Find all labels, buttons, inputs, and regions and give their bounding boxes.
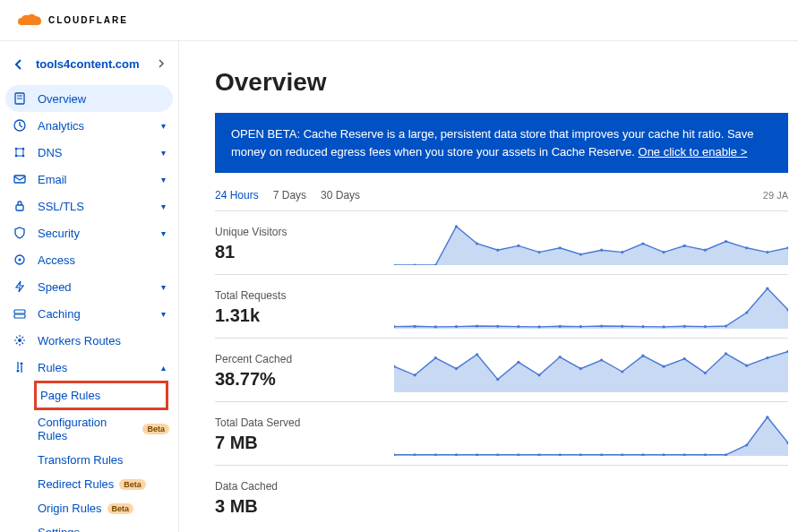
beta-badge: Beta bbox=[107, 503, 134, 514]
stat-total-requests: Total Requests1.31k bbox=[215, 274, 788, 338]
svg-rect-8 bbox=[14, 176, 25, 183]
svg-point-70 bbox=[662, 365, 665, 368]
rules-icon bbox=[13, 360, 27, 374]
svg-point-55 bbox=[766, 287, 768, 289]
sidebar-item-analytics[interactable]: Analytics▾ bbox=[0, 112, 178, 139]
svg-point-81 bbox=[476, 453, 478, 456]
caret-down-icon: ▾ bbox=[161, 175, 166, 184]
svg-point-65 bbox=[559, 356, 562, 358]
beta-banner: OPEN BETA: Cache Reserve is a large, per… bbox=[215, 113, 788, 173]
main-content: Overview OPEN BETA: Cache Reserve is a l… bbox=[179, 41, 798, 532]
sidebar-item-access[interactable]: Access bbox=[0, 246, 178, 273]
svg-point-95 bbox=[766, 416, 768, 418]
svg-point-23 bbox=[517, 245, 519, 247]
svg-point-64 bbox=[537, 373, 540, 376]
stat-total-data-served: Total Data Served7 MB bbox=[215, 401, 788, 465]
brand-logo[interactable]: CLOUDFLARE bbox=[16, 13, 128, 29]
sidebar-item-label: SSL/TLS bbox=[38, 200, 84, 213]
sidebar-item-dns[interactable]: DNS▾ bbox=[0, 139, 178, 166]
sidebar-nav: OverviewAnalytics▾DNS▾Email▾SSL/TLS▾Secu… bbox=[0, 85, 178, 532]
sidebar-item-label: Speed bbox=[38, 280, 72, 294]
svg-point-11 bbox=[19, 259, 21, 262]
stat-value: 3 MB bbox=[215, 496, 394, 517]
site-selector[interactable]: tools4content.com bbox=[0, 50, 178, 78]
svg-point-15 bbox=[17, 370, 20, 373]
sidebar-item-label: Overview bbox=[38, 92, 86, 106]
svg-rect-9 bbox=[16, 205, 23, 210]
sidebar-subitem-label: Transform Rules bbox=[38, 453, 124, 467]
topbar: CLOUDFLARE bbox=[0, 0, 798, 41]
svg-point-47 bbox=[600, 324, 603, 327]
svg-point-52 bbox=[704, 325, 707, 328]
sidebar-item-speed[interactable]: Speed▾ bbox=[0, 273, 178, 300]
shield-icon bbox=[13, 226, 27, 240]
svg-point-14 bbox=[18, 339, 21, 342]
sidebar-subitem-page-rules[interactable]: Page Rules bbox=[34, 381, 168, 410]
sidebar-item-caching[interactable]: Caching▾ bbox=[0, 300, 178, 327]
sidebar-subitem-redirect-rules[interactable]: Redirect RulesBeta bbox=[38, 472, 178, 496]
svg-point-71 bbox=[683, 357, 686, 360]
sidebar-subitem-configuration-rules[interactable]: Configuration RulesBeta bbox=[38, 410, 178, 448]
time-tab-24-hours[interactable]: 24 Hours bbox=[215, 189, 259, 202]
page-title: Overview bbox=[215, 68, 798, 97]
caret-down-icon: ▾ bbox=[161, 228, 166, 238]
bolt-icon bbox=[13, 279, 27, 294]
svg-point-39 bbox=[434, 325, 437, 328]
banner-prefix: OPEN BETA: bbox=[231, 127, 304, 141]
time-tab-30-days[interactable]: 30 Days bbox=[321, 189, 360, 202]
svg-point-69 bbox=[641, 355, 644, 357]
sidebar-item-security[interactable]: Security▾ bbox=[0, 219, 178, 246]
svg-point-73 bbox=[725, 352, 727, 355]
svg-point-44 bbox=[537, 325, 540, 328]
svg-point-90 bbox=[662, 453, 665, 456]
cloud-icon bbox=[16, 13, 43, 29]
svg-point-86 bbox=[579, 453, 582, 456]
beta-badge: Beta bbox=[119, 479, 146, 490]
sidebar-item-email[interactable]: Email▾ bbox=[0, 166, 178, 193]
svg-point-72 bbox=[704, 372, 707, 374]
caret-down-icon: ▾ bbox=[161, 309, 166, 319]
svg-point-85 bbox=[559, 453, 562, 456]
svg-point-16 bbox=[21, 363, 23, 365]
caret-down-icon: ▾ bbox=[161, 121, 166, 131]
sidebar-item-overview[interactable]: Overview bbox=[5, 85, 173, 112]
sidebar-subitem-origin-rules[interactable]: Origin RulesBeta bbox=[38, 496, 178, 520]
dns-icon bbox=[13, 145, 27, 159]
svg-point-61 bbox=[476, 353, 478, 356]
svg-point-62 bbox=[496, 378, 499, 381]
sidebar-subnav: Page RulesConfiguration RulesBetaTransfo… bbox=[0, 381, 178, 532]
time-tab-7-days[interactable]: 7 Days bbox=[273, 189, 306, 202]
sidebar-item-label: Security bbox=[38, 227, 80, 240]
svg-point-50 bbox=[662, 325, 665, 328]
sidebar-item-rules[interactable]: Rules▴ bbox=[0, 354, 178, 381]
svg-point-31 bbox=[683, 245, 686, 247]
svg-point-75 bbox=[766, 356, 768, 359]
beta-badge: Beta bbox=[142, 424, 169, 434]
chevron-right-icon[interactable] bbox=[157, 57, 166, 71]
sidebar-subitem-transform-rules[interactable]: Transform Rules bbox=[38, 448, 178, 472]
stat-label: Data Cached bbox=[215, 480, 394, 493]
svg-point-34 bbox=[745, 246, 748, 249]
svg-point-83 bbox=[517, 453, 519, 456]
svg-point-48 bbox=[621, 325, 623, 328]
sidebar-subitem-settings[interactable]: Settings bbox=[38, 520, 178, 532]
svg-point-59 bbox=[434, 356, 437, 359]
back-arrow-icon[interactable] bbox=[13, 58, 27, 71]
sidebar-subitem-label: Origin Rules bbox=[38, 502, 102, 515]
svg-point-42 bbox=[496, 325, 499, 328]
svg-point-67 bbox=[600, 358, 603, 361]
sidebar-item-ssl-tls[interactable]: SSL/TLS▾ bbox=[0, 193, 178, 219]
banner-link[interactable]: One click to enable > bbox=[639, 145, 748, 159]
svg-rect-12 bbox=[14, 310, 25, 313]
svg-point-66 bbox=[579, 367, 582, 370]
stat-label: Total Requests bbox=[215, 289, 394, 302]
sidebar-item-workers-routes[interactable]: Workers Routes bbox=[0, 327, 178, 354]
stat-data-cached: Data Cached3 MB bbox=[215, 465, 788, 528]
svg-point-38 bbox=[413, 325, 416, 328]
stat-value: 38.77% bbox=[215, 369, 394, 390]
svg-point-91 bbox=[683, 453, 686, 456]
stat-unique-visitors: Unique Visitors81 bbox=[215, 210, 788, 274]
page-icon bbox=[13, 91, 27, 106]
stat-value: 81 bbox=[215, 242, 394, 262]
caret-down-icon: ▾ bbox=[161, 202, 166, 211]
